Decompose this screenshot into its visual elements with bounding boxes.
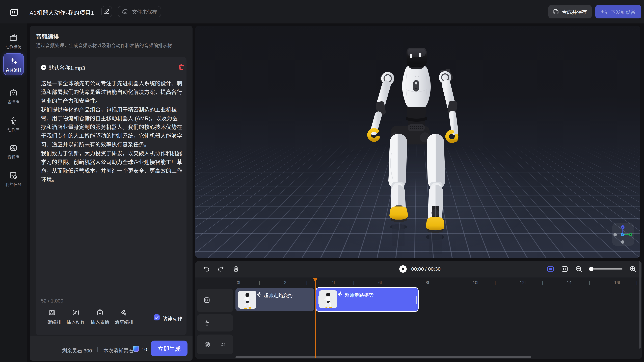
- svg-text:X: X: [630, 233, 632, 236]
- svg-text:○ ○ ○ ○: ○ ○ ○ ○: [414, 75, 419, 77]
- svg-text:Z: Z: [622, 226, 624, 229]
- svg-text:Y: Y: [622, 233, 624, 236]
